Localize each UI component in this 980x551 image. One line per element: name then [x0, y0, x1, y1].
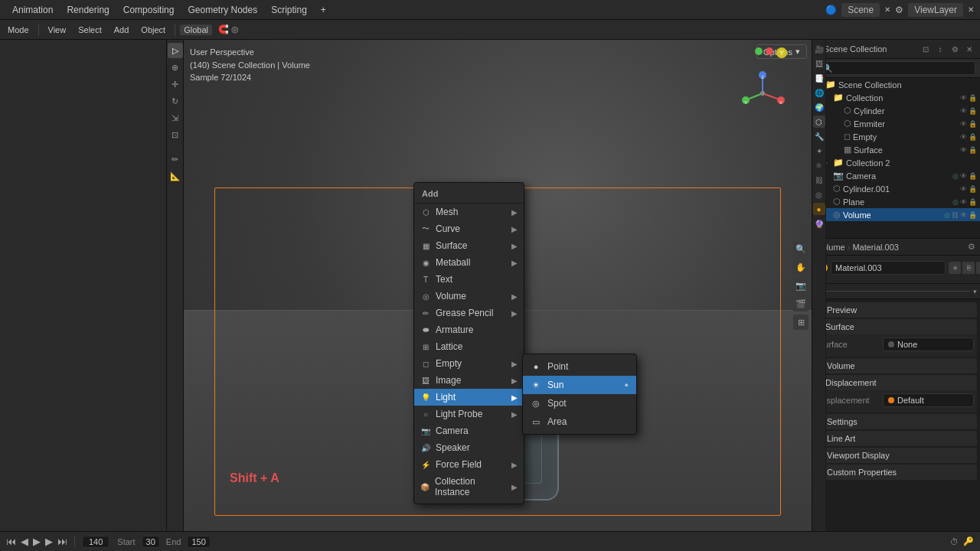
- tree-surface[interactable]: ▷ ▦ Surface 👁 🔒: [812, 143, 980, 156]
- displacement-prop-value[interactable]: Default: [883, 393, 974, 407]
- overlay-icon[interactable]: ⊞: [793, 315, 808, 330]
- vol-constraint-icon[interactable]: ⛓: [952, 211, 959, 219]
- viewport-display-section-header[interactable]: ▶ Viewport Display: [815, 448, 977, 463]
- tab-animation[interactable]: Animation: [6, 3, 59, 17]
- tree-cylinder[interactable]: ▷ ⬡ Cylinder 👁 🔒: [812, 104, 980, 117]
- view-menu[interactable]: View: [44, 24, 71, 36]
- rotate-tool[interactable]: ↻: [168, 93, 183, 109]
- surf-restrict-icon[interactable]: 🔒: [969, 146, 977, 154]
- outliner-search-input[interactable]: [817, 61, 975, 75]
- hand-pan-icon[interactable]: ✋: [793, 259, 808, 275]
- global-badge[interactable]: Global: [180, 24, 212, 35]
- measure-tool[interactable]: 📐: [168, 168, 183, 184]
- jump-to-start-icon[interactable]: ⏮: [6, 536, 16, 547]
- light-area[interactable]: ▭ Area: [523, 412, 636, 431]
- tree-collection[interactable]: ▾ 📁 Collection 👁 🔒: [812, 91, 980, 104]
- tab-geometry-nodes[interactable]: Geometry Nodes: [181, 3, 263, 17]
- viewlayer-badge[interactable]: ViewLayer: [908, 3, 963, 17]
- scene-badge[interactable]: Scene: [841, 3, 880, 17]
- plane-restrict-icon[interactable]: 🔒: [969, 198, 977, 206]
- custom-properties-section-header[interactable]: ▶ Custom Properties: [815, 465, 977, 480]
- coll-restrict-icon[interactable]: 🔒: [969, 94, 977, 102]
- coll-hide-icon[interactable]: 👁: [960, 94, 967, 102]
- tree-cylinder001[interactable]: ▷ ⬡ Cylinder.001 👁 🔒: [812, 182, 980, 195]
- tree-plane[interactable]: ▷ ⬡ Plane ◎ 👁 🔒: [812, 195, 980, 208]
- settings-icon[interactable]: ⚙: [895, 5, 903, 15]
- light-point[interactable]: ● Point: [523, 357, 636, 376]
- cam-mat-icon[interactable]: ◎: [952, 172, 959, 180]
- material-remove-icon[interactable]: ✕: [976, 262, 980, 274]
- object-menu[interactable]: Object: [136, 24, 170, 36]
- tree-volume[interactable]: ▷ ◎ Volume ◎ ⛓ 👁 🔒: [812, 208, 980, 221]
- snap-icon[interactable]: 🧲: [218, 24, 229, 34]
- prop-collapse-icon[interactable]: ▾: [973, 288, 977, 295]
- volume-section-header[interactable]: ▶ Volume: [815, 358, 977, 373]
- surface-section-header[interactable]: ▾ Surface: [815, 319, 977, 334]
- material-name-input[interactable]: [831, 261, 946, 275]
- cursor-tool[interactable]: ⊕: [168, 60, 183, 75]
- tab-rendering[interactable]: Rendering: [60, 3, 115, 17]
- add-curve[interactable]: 〜 Curve ▶: [414, 220, 524, 237]
- cyl-hide-icon[interactable]: 👁: [960, 107, 967, 115]
- mode-selector[interactable]: Mode: [3, 24, 34, 36]
- plane-hide-icon[interactable]: 👁: [960, 198, 967, 206]
- add-image[interactable]: 🖼 Image ▶: [414, 372, 524, 389]
- tree-emmiter[interactable]: ▷ ⬡ Emmiter 👁 🔒: [812, 117, 980, 130]
- empty-hide-icon[interactable]: 👁: [960, 133, 967, 141]
- prop-settings-icon[interactable]: ⚙: [968, 242, 975, 252]
- add-empty[interactable]: ◻ Empty ▶: [414, 355, 524, 372]
- proportional-icon[interactable]: ◎: [231, 24, 239, 34]
- emm-hide-icon[interactable]: 👁: [960, 120, 967, 128]
- tree-empty[interactable]: ▷ ◻ Empty 👁 🔒: [812, 130, 980, 143]
- select-tool[interactable]: ▷: [168, 43, 183, 58]
- cyl001-hide-icon[interactable]: 👁: [960, 185, 967, 193]
- frame-display[interactable]: 140: [82, 536, 109, 548]
- add-menu-btn[interactable]: Add: [109, 24, 134, 36]
- cyl-restrict-icon[interactable]: 🔒: [969, 107, 977, 115]
- add-volume[interactable]: ◎ Volume ▶: [414, 288, 524, 305]
- add-grease-pencil[interactable]: ✏ Grease Pencil ▶: [414, 305, 524, 321]
- add-metaball[interactable]: ◉ Metaball ▶: [414, 254, 524, 271]
- surface-prop-value[interactable]: None: [883, 337, 974, 351]
- material-copy-icon[interactable]: ⎘: [962, 262, 975, 274]
- add-light[interactable]: 💡 Light ▶: [414, 389, 524, 406]
- material-nodes-icon[interactable]: ⎆: [949, 262, 961, 274]
- emm-restrict-icon[interactable]: 🔒: [969, 120, 977, 128]
- displacement-section-header[interactable]: ▾ Displacement: [815, 375, 977, 390]
- viewlayer-close[interactable]: ✕: [968, 5, 974, 14]
- line-art-section-header[interactable]: ▶ Line Art: [815, 431, 977, 446]
- tree-collection2[interactable]: ▷ 📁 Collection 2: [812, 156, 980, 169]
- empty-restrict-icon[interactable]: 🔒: [969, 133, 977, 141]
- outliner-close-icon[interactable]: ✕: [963, 43, 975, 55]
- annotate-tool[interactable]: ✏: [168, 152, 183, 167]
- cam-restrict-icon[interactable]: 🔒: [969, 172, 977, 180]
- outliner-settings-icon[interactable]: ⚙: [949, 43, 961, 55]
- vol-restrict-icon[interactable]: 🔒: [969, 211, 977, 219]
- vol-mat-icon[interactable]: ◎: [944, 211, 950, 219]
- prev-frame-icon[interactable]: ◀: [21, 536, 28, 547]
- add-camera[interactable]: 📷 Camera: [414, 422, 524, 439]
- sort-icon[interactable]: ↕: [934, 43, 946, 55]
- add-mesh[interactable]: ⬡ Mesh ▶: [414, 204, 524, 220]
- tab-add[interactable]: +: [315, 3, 332, 17]
- add-force-field[interactable]: ⚡ Force Field ▶: [414, 456, 524, 473]
- light-spot[interactable]: ◎ Spot: [523, 394, 636, 412]
- tab-compositing[interactable]: Compositing: [117, 3, 181, 17]
- tree-scene-collection[interactable]: ▾ 📁 Scene Collection: [812, 78, 980, 91]
- cam-hide-icon[interactable]: 👁: [960, 172, 967, 180]
- add-lattice[interactable]: ⊞ Lattice: [414, 338, 524, 355]
- add-speaker[interactable]: 🔊 Speaker: [414, 439, 524, 456]
- move-tool[interactable]: ✛: [168, 77, 183, 92]
- play-icon[interactable]: ▶: [33, 536, 41, 547]
- settings-section-header[interactable]: ▶ Settings: [815, 414, 977, 429]
- tab-scripting[interactable]: Scripting: [265, 3, 313, 17]
- light-sun[interactable]: ☀ Sun ●: [523, 376, 636, 394]
- render-icon[interactable]: 🎬: [793, 296, 808, 311]
- end-value[interactable]: 150: [187, 536, 210, 548]
- add-collection-instance[interactable]: 📦 Collection Instance ▶: [414, 473, 524, 500]
- tree-camera[interactable]: ▷ 📷 Camera ◎ 👁 🔒: [812, 169, 980, 182]
- scale-tool[interactable]: ⇲: [168, 110, 183, 126]
- close-icon[interactable]: ✕: [884, 5, 890, 14]
- vol-hide-icon[interactable]: 👁: [960, 211, 967, 219]
- select-menu[interactable]: Select: [74, 24, 106, 36]
